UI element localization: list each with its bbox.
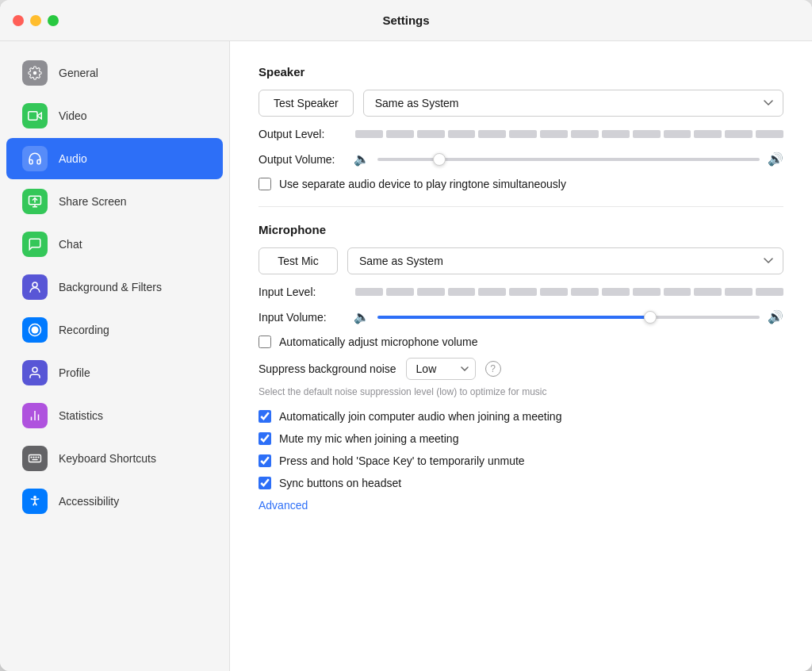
share-screen-icon (22, 189, 48, 214)
mic-device-row: Test Mic Same as System (259, 247, 783, 274)
sidebar-label-accessibility: Accessibility (59, 495, 119, 508)
suppress-label: Suppress background noise (259, 362, 396, 375)
sync-headset-label: Sync buttons on headset (279, 477, 401, 489)
auto-adjust-row: Automatically adjust microphone volume (259, 336, 783, 348)
mic-device-select[interactable]: Same as System (347, 247, 783, 274)
space-key-checkbox[interactable] (259, 454, 271, 467)
content-area: General Video (0, 41, 812, 671)
sidebar-item-recording[interactable]: Recording (6, 309, 223, 351)
background-icon (22, 274, 48, 300)
volume-low-icon: 🔈 (354, 151, 370, 167)
svg-point-9 (33, 367, 37, 372)
ringtone-checkbox-row: Use separate audio device to play ringto… (259, 178, 783, 190)
sidebar-label-profile: Profile (59, 366, 90, 379)
mute-mic-checkbox[interactable] (259, 432, 271, 445)
sidebar-label-keyboard: Keyboard Shortcuts (59, 452, 156, 465)
input-volume-row: Input Volume: 🔈 🔊 (259, 309, 783, 324)
ringtone-label: Use separate audio device to play ringto… (279, 178, 566, 190)
minimize-button[interactable] (30, 15, 41, 26)
svg-point-6 (33, 282, 37, 287)
divider (259, 206, 783, 207)
sidebar-item-profile[interactable]: Profile (6, 352, 223, 393)
suppress-select[interactable]: Auto Low Medium High (406, 358, 476, 380)
auto-join-row: Automatically join computer audio when j… (259, 410, 783, 423)
mic-low-icon: 🔈 (354, 309, 370, 324)
sidebar-label-video: Video (59, 109, 87, 122)
svg-point-19 (34, 497, 36, 498)
microphone-section-title: Microphone (259, 223, 783, 236)
mute-mic-label: Mute my mic when joining a meeting (279, 432, 458, 445)
chat-icon (22, 232, 48, 257)
input-volume-slider[interactable] (377, 316, 760, 319)
video-icon (22, 103, 48, 128)
accessibility-icon (22, 489, 48, 514)
test-mic-button[interactable]: Test Mic (259, 247, 338, 274)
output-volume-slider[interactable] (377, 158, 760, 161)
sidebar-item-general[interactable]: General (6, 52, 223, 94)
window-controls (13, 15, 59, 26)
output-volume-label: Output Volume: (259, 153, 346, 166)
svg-rect-13 (29, 455, 41, 462)
mic-high-icon: 🔊 (768, 309, 783, 324)
output-level-label: Output Level: (259, 128, 346, 140)
sync-headset-checkbox[interactable] (259, 477, 271, 489)
help-icon[interactable]: ? (485, 361, 501, 377)
profile-icon (22, 360, 48, 385)
maximize-button[interactable] (48, 15, 59, 26)
input-level-row: Input Level: (259, 286, 783, 298)
speaker-device-select[interactable]: Same as System (363, 90, 783, 117)
svg-marker-0 (37, 113, 41, 119)
sidebar-item-sharescreen[interactable]: Share Screen (6, 181, 223, 222)
gear-icon (22, 60, 48, 86)
sidebar-label-background: Background & Filters (59, 281, 162, 293)
speaker-device-row: Test Speaker Same as System (259, 90, 783, 117)
sidebar-item-keyboard[interactable]: Keyboard Shortcuts (6, 438, 223, 479)
auto-adjust-label: Automatically adjust microphone volume (279, 336, 478, 348)
space-key-row: Press and hold 'Space Key' to temporaril… (259, 454, 783, 467)
test-speaker-button[interactable]: Test Speaker (259, 90, 354, 117)
svg-point-7 (32, 327, 39, 334)
statistics-icon (22, 403, 48, 428)
app-window: Settings General (0, 0, 812, 671)
sidebar-item-background[interactable]: Background & Filters (6, 266, 223, 308)
output-level-bar (355, 130, 783, 138)
titlebar: Settings (0, 0, 812, 41)
sidebar-label-recording: Recording (59, 324, 109, 336)
speaker-section-title: Speaker (259, 65, 783, 79)
auto-join-label: Automatically join computer audio when j… (279, 410, 561, 423)
suppress-hint: Select the default noise suppression lev… (259, 386, 783, 397)
space-key-label: Press and hold 'Space Key' to temporaril… (279, 454, 525, 467)
sidebar-item-accessibility[interactable]: Accessibility (6, 481, 223, 522)
mute-mic-row: Mute my mic when joining a meeting (259, 432, 783, 445)
sidebar-label-chat: Chat (59, 238, 82, 251)
input-level-bar (355, 288, 783, 296)
close-button[interactable] (13, 15, 24, 26)
sync-headset-row: Sync buttons on headset (259, 477, 783, 489)
sidebar-label-sharescreen: Share Screen (59, 195, 127, 208)
window-title: Settings (382, 13, 429, 27)
sidebar-item-chat[interactable]: Chat (6, 224, 223, 265)
input-volume-label: Input Volume: (259, 311, 346, 324)
volume-high-icon: 🔊 (768, 151, 783, 167)
headphone-icon (22, 146, 48, 171)
sidebar-label-statistics: Statistics (59, 409, 103, 422)
recording-icon (22, 317, 48, 343)
svg-rect-1 (29, 112, 37, 121)
sidebar: General Video (0, 41, 230, 671)
input-level-label: Input Level: (259, 286, 346, 298)
keyboard-icon (22, 446, 48, 471)
sidebar-label-audio: Audio (59, 152, 87, 165)
output-volume-row: Output Volume: 🔈 🔊 (259, 151, 783, 167)
auto-join-checkbox[interactable] (259, 410, 271, 423)
advanced-link[interactable]: Advanced (259, 499, 308, 512)
main-content: Speaker Test Speaker Same as System Outp… (230, 41, 812, 671)
sidebar-item-video[interactable]: Video (6, 95, 223, 136)
auto-adjust-checkbox[interactable] (259, 336, 271, 348)
sidebar-label-general: General (59, 67, 98, 79)
suppress-row: Suppress background noise Auto Low Mediu… (259, 358, 783, 380)
sidebar-item-audio[interactable]: Audio (6, 138, 223, 179)
ringtone-checkbox[interactable] (259, 178, 271, 190)
sidebar-item-statistics[interactable]: Statistics (6, 395, 223, 436)
output-level-row: Output Level: (259, 128, 783, 140)
